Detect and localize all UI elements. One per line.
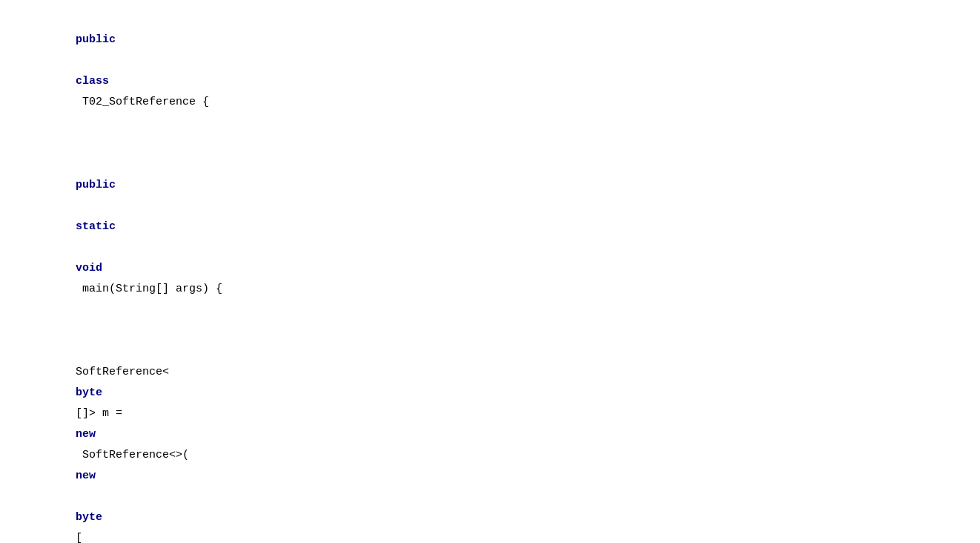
kw-class: class bbox=[76, 75, 109, 88]
editor-container: public class T02_SoftReference { public … bbox=[0, 0, 980, 543]
code-area: public class T02_SoftReference { public … bbox=[0, 6, 980, 543]
code-line-1: public class T02_SoftReference { bbox=[15, 9, 980, 134]
kw-byte-2: byte bbox=[76, 511, 102, 524]
kw-public-2: public bbox=[76, 179, 116, 191]
kw-public-1: public bbox=[76, 33, 116, 46]
kw-new-1: new bbox=[76, 428, 96, 441]
kw-void: void bbox=[76, 262, 102, 274]
code-line-2: public static void main(String[] args) { bbox=[15, 134, 980, 320]
kw-new-2: new bbox=[76, 470, 96, 482]
code-line-3: SoftReference< byte []> m = new SoftRefe… bbox=[15, 320, 980, 543]
kw-byte-1: byte bbox=[76, 386, 102, 399]
kw-static: static bbox=[76, 220, 116, 233]
